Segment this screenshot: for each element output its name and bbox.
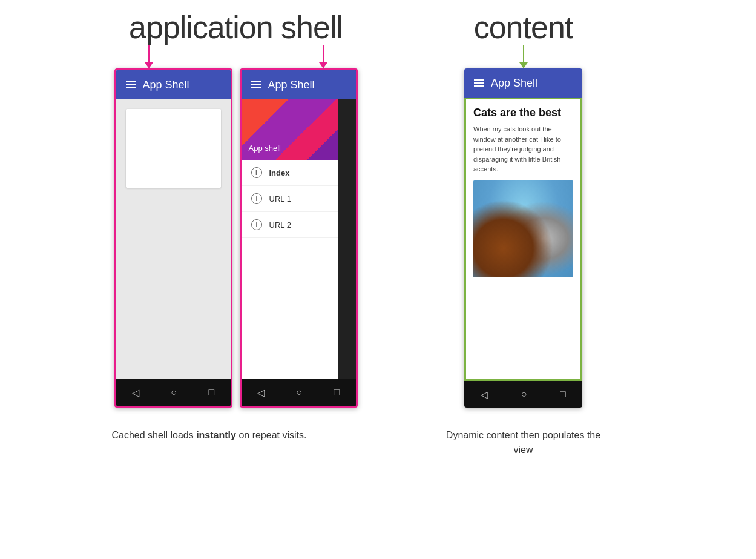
drawer-item-index-label: Index [269,168,290,177]
drawer-item-url1-label: URL 1 [269,194,291,203]
left-arrow [145,45,153,68]
phone2-drawer-header: App shell [242,99,338,160]
phone3-app-bar-title: App Shell [491,77,537,90]
phone3-home-btn[interactable]: ○ [521,389,527,400]
drawer-item-url2[interactable]: i URL 2 [242,212,338,238]
drawer-item-url2-label: URL 2 [269,220,291,230]
phone2-drawer: App shell i Index i URL 1 [242,99,338,379]
content-label: content [474,9,573,45]
cat-image-inner [473,180,573,277]
phone3-content-body: When my cats look out the window at anot… [473,124,573,174]
drawer-item-index[interactable]: i Index [242,160,338,186]
drawer-item-url2-icon: i [251,219,262,230]
drawer-item-index-icon: i [251,167,262,178]
drawer-item-url1-icon: i [251,193,262,204]
right-arrow-left-section [319,45,327,68]
phone2-app-bar: App Shell [242,70,356,99]
caption-right: Dynamic content then populates the view [439,428,608,457]
phone1-content [116,99,231,379]
phone3-content-area: Cats are the best When my cats look out … [464,98,582,381]
phone3-hamburger-icon [474,79,484,87]
phone1-app-bar-title: App Shell [143,79,189,91]
phone1: App Shell ◁ ○ □ [114,68,232,408]
phone2-drawer-header-title: App shell [249,144,281,153]
phone3-navbar: ◁ ○ □ [464,381,582,408]
phone2-navbar: ◁ ○ □ [242,379,356,406]
phone1-navbar: ◁ ○ □ [116,379,231,406]
phone2-back-btn[interactable]: ◁ [257,387,265,399]
caption-left: Cached shell loads instantly on repeat v… [112,428,360,443]
phone3-back-btn[interactable]: ◁ [481,389,488,400]
drawer-item-url1[interactable]: i URL 1 [242,186,338,212]
phone1-hamburger-icon [126,81,136,88]
phone2-home-btn[interactable]: ○ [296,387,302,398]
phone3-recent-btn[interactable]: □ [560,389,566,400]
phone3-content-title: Cats are the best [473,107,573,119]
caption-left-text: Cached shell loads [112,430,197,440]
caption-left-suffix: on repeat visits. [236,430,307,440]
phone2-app-bar-title: App Shell [268,79,315,91]
phone3-app-bar: App Shell [464,68,582,98]
caption-left-bold: instantly [196,430,236,440]
phone1-white-card [126,109,221,188]
phone1-app-bar: App Shell [116,70,231,99]
phone2-hamburger-icon [251,81,261,88]
cat-image [473,180,573,277]
phone2: App Shell App shell [240,68,358,408]
phone2-recent-btn[interactable]: □ [334,387,340,398]
application-shell-label: application shell [129,9,343,45]
phone1-home-btn[interactable]: ○ [171,387,177,398]
phone1-recent-btn[interactable]: □ [209,387,215,398]
phone1-back-btn[interactable]: ◁ [132,387,139,399]
content-arrow [519,45,528,68]
phone3: App Shell Cats are the best When my cats… [464,68,582,408]
